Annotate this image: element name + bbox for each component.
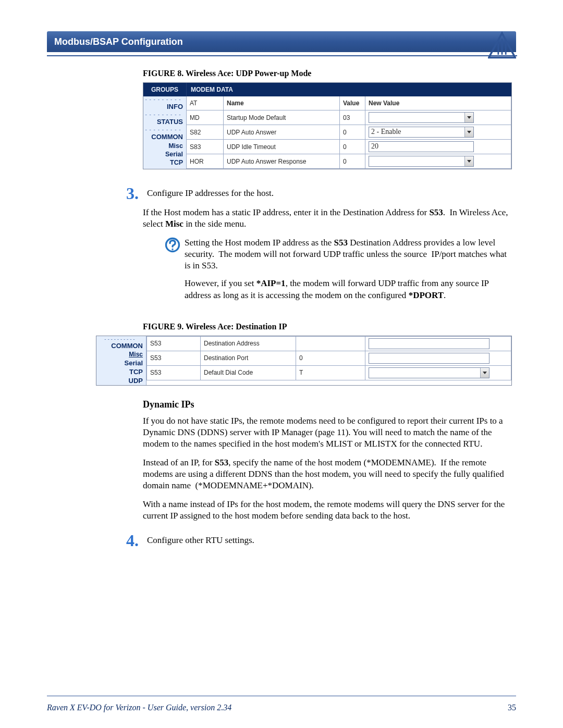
cell-at: S82	[187, 125, 224, 140]
dest-port-input[interactable]	[369, 353, 489, 364]
para-dynamic-2: Instead of an IP, for S53, specify the n…	[143, 457, 511, 491]
cell-val: 0	[340, 125, 365, 140]
fig9-row-destport: S53 Destination Port 0	[147, 351, 511, 365]
cell-val: 0	[340, 140, 365, 154]
fig8-row-hor: HOR UDP Auto Answer Response 0	[187, 154, 511, 169]
figure8-screenshot: GROUPS MODEM DATA - - - - - - - - - INFO…	[143, 82, 512, 169]
question-mark-icon	[164, 237, 185, 307]
svg-point-5	[172, 249, 173, 250]
cell-val	[296, 336, 365, 351]
fig8-row-md: MD Startup Mode Default 03	[187, 110, 511, 125]
fig8-side-misc[interactable]: Misc	[143, 142, 183, 150]
cell-at: S53	[147, 365, 201, 380]
cell-new: 2 - Enable	[365, 125, 511, 140]
udp-auto-answer-select[interactable]: 2 - Enable	[369, 127, 474, 138]
cell-name: Destination Address	[201, 336, 296, 351]
fig8-topbar: GROUPS MODEM DATA	[143, 83, 511, 96]
cell-new: 20	[365, 140, 511, 154]
col-at: AT	[187, 96, 224, 110]
page-header: Modbus/BSAP Configuration	[47, 31, 516, 52]
dest-address-input[interactable]	[369, 338, 489, 349]
footer-page: 35	[508, 703, 516, 712]
col-newvalue: New Value	[365, 96, 511, 110]
cell-new	[365, 365, 511, 380]
step-text: Configure other RTU settings.	[147, 534, 511, 547]
input-text: 20	[371, 142, 378, 151]
fig8-header-row: AT Name Value New Value	[187, 96, 511, 110]
footer-text: Raven X EV-DO for Verizon - User Guide, …	[47, 703, 231, 712]
fig8-side-serial[interactable]: Serial	[143, 150, 183, 158]
subheading-dynamic-ips: Dynamic IPs	[143, 399, 516, 410]
chevron-down-icon[interactable]	[480, 368, 489, 378]
divider-dots: - - - - - - - - -	[143, 113, 183, 117]
cell-new	[365, 336, 511, 351]
fig9-row-dialcode: S53 Default Dial Code T	[147, 365, 511, 380]
cell-at: S83	[187, 140, 224, 154]
fig9-row-destaddr: S53 Destination Address	[147, 336, 511, 351]
page-footer: Raven X EV-DO for Verizon - User Guide, …	[47, 703, 516, 712]
fig9-table-body: S53 Destination Address S53 Destination …	[146, 336, 511, 385]
fig8-modem-tab[interactable]: MODEM DATA	[187, 83, 511, 96]
col-name: Name	[224, 96, 340, 110]
step-4: 4. Configure other RTU settings.	[126, 534, 511, 547]
select-text: 2 - Enable	[371, 128, 401, 136]
para-static-ip: If the Host modem has a static IP addres…	[143, 207, 511, 230]
startup-mode-select[interactable]	[369, 112, 474, 123]
fig8-row-s82: S82 UDP Auto Answer 0 2 - Enable	[187, 125, 511, 140]
dial-code-select[interactable]	[369, 367, 489, 378]
cell-name: Destination Port	[201, 351, 296, 365]
page-header-title: Modbus/BSAP Configuration	[54, 36, 183, 47]
divider-dots: - - - - - - - - -	[143, 128, 183, 132]
cell-name: UDP Idle Timeout	[224, 140, 340, 154]
cell-new	[365, 110, 511, 125]
cell-new	[365, 154, 511, 169]
cell-name: Startup Mode Default	[224, 110, 340, 125]
brand-logo-triangle	[488, 31, 516, 59]
fig9-side-udp[interactable]: UDP	[96, 376, 143, 385]
para-dynamic-1: If you do not have static IPs, the remot…	[143, 415, 511, 450]
footer-rule	[47, 696, 516, 697]
fig8-side-tcp[interactable]: TCP	[143, 158, 183, 167]
figure9-caption: FIGURE 9. Wireless Ace: Destination IP	[143, 322, 516, 331]
col-value: Value	[340, 96, 365, 110]
fig9-sidebar: - - - - - - - - - - COMMON Misc Serial T…	[96, 336, 146, 385]
figure8-caption: FIGURE 8. Wireless Ace: UDP Power-up Mod…	[143, 69, 516, 78]
udp-idle-timeout-input[interactable]: 20	[369, 141, 474, 152]
step-3: 3. Configure IP addresses for the host.	[126, 187, 511, 200]
help-p1: Setting the Host modem IP address as the…	[185, 237, 511, 272]
fig8-row-s83: S83 UDP Idle Timeout 0 20	[187, 140, 511, 154]
fig8-side-info[interactable]: INFO	[143, 102, 183, 112]
fig9-side-tcp[interactable]: TCP	[96, 367, 143, 376]
fig8-table-body: AT Name Value New Value MD Startup Mode …	[186, 96, 511, 169]
cell-name: Default Dial Code	[201, 365, 296, 380]
divider-dots: - - - - - - - - -	[143, 97, 183, 102]
cell-val: T	[296, 365, 365, 380]
fig8-side-common[interactable]: COMMON	[143, 132, 183, 142]
para-dynamic-3: With a name instead of IPs for the host …	[143, 499, 511, 522]
fig8-side-status[interactable]: STATUS	[143, 117, 183, 127]
fig9-side-serial[interactable]: Serial	[96, 359, 143, 367]
cell-at: S53	[147, 336, 201, 351]
help-note: Setting the Host modem IP address as the…	[164, 237, 511, 307]
divider-dots: - - - - - - - - - -	[96, 337, 143, 341]
cell-new	[365, 351, 511, 365]
cell-val: 0	[340, 154, 365, 169]
step-text: Configure IP addresses for the host.	[147, 187, 511, 200]
fig8-sidebar: - - - - - - - - - INFO - - - - - - - - -…	[143, 96, 186, 169]
chevron-down-icon[interactable]	[464, 156, 473, 166]
header-rule	[47, 55, 517, 56]
fig9-side-misc[interactable]: Misc	[96, 350, 143, 359]
cell-at: MD	[187, 110, 224, 125]
chevron-down-icon[interactable]	[464, 127, 473, 137]
udp-auto-answer-response-select[interactable]	[369, 156, 474, 167]
cell-at: HOR	[187, 154, 224, 169]
chevron-down-icon[interactable]	[464, 113, 473, 122]
step-number: 3.	[126, 187, 147, 200]
help-copy: Setting the Host modem IP address as the…	[185, 237, 511, 307]
fig9-side-common[interactable]: COMMON	[96, 341, 143, 350]
cell-name: UDP Auto Answer Response	[224, 154, 340, 169]
cell-val: 0	[296, 351, 365, 365]
figure9-screenshot: - - - - - - - - - - COMMON Misc Serial T…	[96, 336, 512, 386]
cell-name: UDP Auto Answer	[224, 125, 340, 140]
fig8-groups-tab[interactable]: GROUPS	[143, 83, 187, 96]
